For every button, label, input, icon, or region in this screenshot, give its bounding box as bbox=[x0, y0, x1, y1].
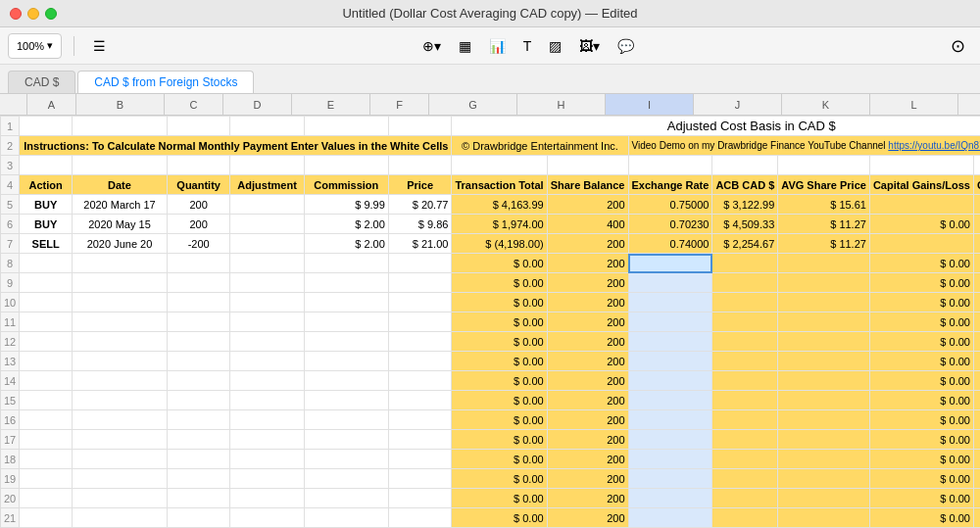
cell-date-6[interactable]: 2020 May 15 bbox=[73, 215, 168, 234]
cell-capgain-6[interactable]: $ 0.00 bbox=[869, 215, 973, 234]
shape-button[interactable]: ▨ bbox=[542, 33, 568, 59]
cell-action-5[interactable]: BUY bbox=[20, 195, 73, 215]
cell-exrate-5[interactable]: 0.75000 bbox=[628, 195, 712, 215]
cell-l3[interactable] bbox=[869, 156, 973, 175]
cell-k3[interactable] bbox=[778, 156, 870, 175]
video-cell: Video Demo on my Drawbridge Finance YouT… bbox=[628, 136, 980, 156]
table-icon: ▦ bbox=[459, 38, 471, 54]
tab-cad-foreign[interactable]: CAD $ from Foreign Stocks bbox=[77, 71, 254, 93]
video-link[interactable]: https://youtu.be/IQn87PmQGuk bbox=[888, 140, 980, 151]
spreadsheet-wrapper[interactable]: 1 Adjusted Cost Basis in CAD $ 2 Instruc… bbox=[0, 116, 980, 528]
share-button[interactable]: ⊙ bbox=[944, 33, 972, 59]
cell-qty-7[interactable]: -200 bbox=[167, 234, 230, 254]
cell-acb-6[interactable]: $ 4,509.33 bbox=[712, 215, 778, 234]
insert-button[interactable]: ⊕ ▾ bbox=[416, 33, 448, 59]
cell-comm-7[interactable]: $ 2.00 bbox=[304, 234, 388, 254]
col-header-l[interactable]: L bbox=[870, 94, 958, 115]
cell-avg-6[interactable]: $ 11.27 bbox=[778, 215, 870, 234]
cell-date-7[interactable]: 2020 June 20 bbox=[73, 234, 168, 254]
cell-action-7[interactable]: SELL bbox=[20, 234, 73, 254]
cell-acb-7[interactable]: $ 2,254.67 bbox=[712, 234, 778, 254]
cell-b3[interactable] bbox=[73, 156, 168, 175]
rownum-1: 1 bbox=[1, 117, 20, 136]
cell-c1[interactable] bbox=[167, 117, 230, 136]
cell-trans-6[interactable]: $ 1,974.00 bbox=[452, 215, 547, 234]
cell-date-5[interactable]: 2020 March 17 bbox=[73, 195, 168, 215]
cell-capgain-5[interactable] bbox=[869, 195, 973, 215]
cell-f1[interactable] bbox=[388, 117, 452, 136]
cell-price-5[interactable]: $ 20.77 bbox=[388, 195, 452, 215]
cell-e3[interactable] bbox=[304, 156, 388, 175]
data-row-15: 15 $ 0.00200 $ 0.000.00 bbox=[1, 391, 981, 410]
cell-d3[interactable] bbox=[230, 156, 304, 175]
col-header-i[interactable]: I bbox=[606, 94, 694, 115]
col-header-m[interactable]: M bbox=[958, 94, 980, 115]
list-view-button[interactable]: ☰ bbox=[86, 33, 113, 59]
cell-d1[interactable] bbox=[230, 117, 304, 136]
hdr-action: Action bbox=[20, 175, 73, 195]
cell-exrate-6[interactable]: 0.70230 bbox=[628, 215, 712, 234]
cell-action-6[interactable]: BUY bbox=[20, 215, 73, 234]
cell-gainyear-6[interactable] bbox=[973, 215, 980, 234]
rownum-3: 3 bbox=[1, 156, 20, 175]
maximize-button[interactable] bbox=[45, 8, 57, 20]
col-header-h[interactable]: H bbox=[517, 94, 606, 115]
cell-j3[interactable] bbox=[712, 156, 778, 175]
cell-adj-7[interactable] bbox=[230, 234, 304, 254]
cell-adj-5[interactable] bbox=[230, 195, 304, 215]
cell-gainyear-5[interactable] bbox=[973, 195, 980, 215]
tab-cad[interactable]: CAD $ bbox=[8, 71, 75, 93]
cell-comm-5[interactable]: $ 9.99 bbox=[304, 195, 388, 215]
hdr-gains-by-year: Gains by year bbox=[973, 175, 980, 195]
cell-trans-5[interactable]: $ 4,163.99 bbox=[452, 195, 547, 215]
cell-m3[interactable] bbox=[973, 156, 980, 175]
cell-a1[interactable] bbox=[20, 117, 73, 136]
data-row-9: 9 $ 0.00 200 $ 0.00 0.00 bbox=[1, 273, 981, 293]
cell-comm-6[interactable]: $ 2.00 bbox=[304, 215, 388, 234]
cell-trans-7[interactable]: $ (4,198.00) bbox=[452, 234, 547, 254]
cell-gainyear-7[interactable]: 851.86 bbox=[973, 234, 980, 254]
cell-balance-6[interactable]: 400 bbox=[547, 215, 628, 234]
col-header-c[interactable]: C bbox=[165, 94, 223, 115]
minimize-button[interactable] bbox=[27, 8, 39, 20]
cell-qty-5[interactable]: 200 bbox=[167, 195, 230, 215]
text-button[interactable]: T bbox=[516, 33, 539, 59]
col-header-e[interactable]: E bbox=[292, 94, 370, 115]
cell-price-7[interactable]: $ 21.00 bbox=[388, 234, 452, 254]
cell-i3[interactable] bbox=[628, 156, 712, 175]
cell-balance-7[interactable]: 200 bbox=[547, 234, 628, 254]
cell-acb-5[interactable]: $ 3,122.99 bbox=[712, 195, 778, 215]
zoom-control[interactable]: 100% ▾ bbox=[8, 33, 62, 59]
close-button[interactable] bbox=[10, 8, 22, 20]
col-header-k[interactable]: K bbox=[782, 94, 870, 115]
media-button[interactable]: 🖼 ▾ bbox=[572, 33, 607, 59]
cell-qty-6[interactable]: 200 bbox=[167, 215, 230, 234]
col-header-d[interactable]: D bbox=[223, 94, 292, 115]
cell-avg-7[interactable]: $ 11.27 bbox=[778, 234, 870, 254]
cell-h3[interactable] bbox=[547, 156, 628, 175]
row-1: 1 Adjusted Cost Basis in CAD $ bbox=[1, 117, 981, 136]
chart-button[interactable]: 📊 bbox=[482, 33, 513, 59]
cell-f3[interactable] bbox=[388, 156, 452, 175]
cell-avg-5[interactable]: $ 15.61 bbox=[778, 195, 870, 215]
col-header-j[interactable]: J bbox=[694, 94, 782, 115]
cell-exrate-7[interactable]: 0.74000 bbox=[628, 234, 712, 254]
data-row-6: 6 BUY 2020 May 15 200 $ 2.00 $ 9.86 $ 1,… bbox=[1, 215, 981, 234]
hdr-avg-share-price: AVG Share Price bbox=[778, 175, 870, 195]
table-button[interactable]: ▦ bbox=[452, 33, 478, 59]
cell-price-6[interactable]: $ 9.86 bbox=[388, 215, 452, 234]
rownum-6: 6 bbox=[1, 215, 20, 234]
cell-balance-5[interactable]: 200 bbox=[547, 195, 628, 215]
cell-capgain-7[interactable] bbox=[869, 234, 973, 254]
cell-g3[interactable] bbox=[452, 156, 547, 175]
comment-button[interactable]: 💬 bbox=[611, 33, 641, 59]
col-header-a[interactable]: A bbox=[27, 94, 76, 115]
cell-adj-6[interactable] bbox=[230, 215, 304, 234]
cell-a3[interactable] bbox=[20, 156, 73, 175]
cell-c3[interactable] bbox=[167, 156, 230, 175]
cell-e1[interactable] bbox=[304, 117, 388, 136]
col-header-g[interactable]: G bbox=[429, 94, 517, 115]
cell-b1[interactable] bbox=[73, 117, 168, 136]
col-header-f[interactable]: F bbox=[370, 94, 429, 115]
col-header-b[interactable]: B bbox=[76, 94, 165, 115]
